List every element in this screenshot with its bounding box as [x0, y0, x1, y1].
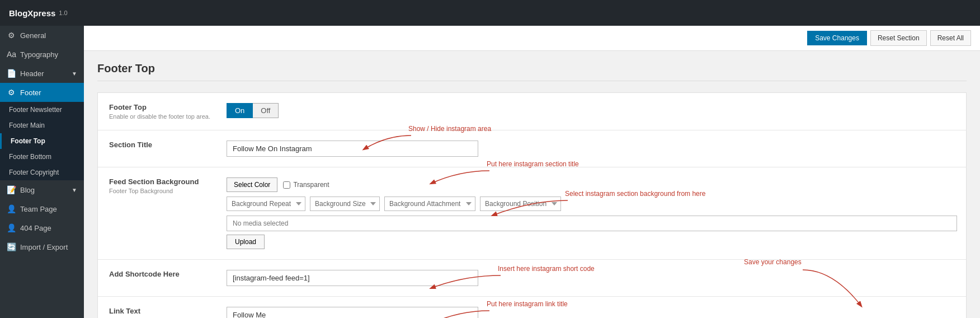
sidebar-item-footer-bottom[interactable]: Footer Bottom	[0, 149, 84, 165]
sidebar-label-footer: Footer	[20, 88, 41, 97]
form-row-shortcode: Add Shortcode Here	[98, 260, 966, 297]
label-link-text: Link Text	[109, 307, 212, 315]
save-changes-button-top[interactable]: Save Changes	[807, 31, 867, 45]
chevron-down-icon: ▼	[72, 71, 77, 77]
label-section-title: Section Title	[109, 141, 212, 149]
sidebar-label-header: Header	[20, 69, 44, 78]
form-row-footer-top-toggle: Footer Top Enable or disable the footer …	[98, 93, 966, 130]
control-col-feed-bg: Select Color Transparent Background Repe…	[221, 175, 966, 251]
no-media-input[interactable]	[227, 216, 957, 231]
version: 1.0	[59, 10, 67, 16]
top-action-bar: Save Changes Reset Section Reset All	[84, 26, 980, 51]
typography-icon: Aa	[7, 50, 16, 59]
bg-size-select[interactable]: Background Size	[310, 197, 380, 211]
sidebar-label-typography: Typography	[20, 50, 58, 59]
main-content: Save Changes Reset Section Reset All Foo…	[84, 26, 980, 318]
select-color-button[interactable]: Select Color	[227, 177, 277, 192]
transparent-text: Transparent	[293, 181, 329, 189]
gear-icon: ⚙	[7, 31, 16, 40]
sidebar-item-general[interactable]: ⚙ General	[0, 26, 84, 45]
link-text-input[interactable]	[227, 307, 478, 318]
team-icon: 👤	[7, 204, 16, 213]
desc-feed-bg: Footer Top Background	[109, 188, 212, 194]
bg-repeat-select[interactable]: Background Repeat	[227, 197, 305, 211]
sidebar-item-404[interactable]: 👤 404 Page	[0, 218, 84, 237]
sidebar-item-team-page[interactable]: 👤 Team Page	[0, 199, 84, 218]
sidebar-item-footer-copyright[interactable]: Footer Copyright	[0, 165, 84, 180]
sidebar-item-header[interactable]: 📄 Header ▼	[0, 64, 84, 83]
sidebar-item-footer-top[interactable]: Footer Top	[0, 133, 84, 149]
sidebar-sub-footer: Footer Newsletter Footer Main Footer Top…	[0, 102, 84, 180]
sidebar-label-footer-newsletter: Footer Newsletter	[9, 106, 62, 114]
form-row-section-title: Section Title	[98, 130, 966, 167]
sidebar-item-footer-newsletter[interactable]: Footer Newsletter	[0, 102, 84, 118]
upload-button[interactable]: Upload	[227, 235, 265, 249]
transparent-checkbox[interactable]	[283, 181, 290, 189]
sidebar-item-footer[interactable]: ⚙ Footer	[0, 83, 84, 102]
label-col-toggle: Footer Top Enable or disable the footer …	[98, 101, 221, 122]
label-feed-bg: Feed Section Background	[109, 177, 212, 186]
bg-position-select[interactable]: Background Position	[480, 197, 561, 211]
form-row-link-text: Link Text	[98, 297, 966, 318]
reset-all-button-top[interactable]: Reset All	[930, 30, 971, 46]
sidebar-label-general: General	[20, 31, 46, 40]
sidebar-item-typography[interactable]: Aa Typography	[0, 45, 84, 64]
transparent-label[interactable]: Transparent	[283, 181, 329, 189]
label-col-feed-bg: Feed Section Background Footer Top Backg…	[98, 175, 221, 197]
desc-footer-top: Enable or disable the footer top area.	[109, 113, 212, 120]
footer-icon: ⚙	[7, 88, 16, 97]
control-col-shortcode	[221, 268, 966, 288]
content-area: Footer Top Show / Hide instagram area Pu…	[84, 51, 980, 318]
sidebar-label-team: Team Page	[20, 205, 57, 213]
topbar: BlogXpress 1.0	[0, 0, 980, 26]
sidebar-item-blog[interactable]: 📝 Blog ▼	[0, 180, 84, 199]
label-col-link-text: Link Text	[98, 305, 221, 317]
form-row-feed-bg: Feed Section Background Footer Top Backg…	[98, 167, 966, 260]
sidebar-label-404: 404 Page	[20, 224, 51, 232]
sidebar-label-footer-top: Footer Top	[11, 137, 45, 145]
page-title: Footer Top	[97, 62, 967, 81]
label-shortcode: Add Shortcode Here	[109, 270, 212, 278]
color-row: Select Color Transparent	[227, 177, 957, 192]
header-icon: 📄	[7, 69, 16, 78]
import-export-icon: 🔄	[7, 242, 16, 251]
shortcode-input[interactable]	[227, 270, 478, 286]
sidebar-item-footer-main[interactable]: Footer Main	[0, 118, 84, 133]
control-col-toggle: On Off	[221, 101, 966, 120]
logo: BlogXpress	[9, 8, 55, 18]
sidebar-label-footer-main: Footer Main	[9, 121, 45, 129]
upload-row: Upload	[227, 231, 957, 249]
blog-icon: 📝	[7, 185, 16, 194]
no-media-row	[227, 216, 957, 231]
toggle-off-button[interactable]: Off	[253, 103, 279, 118]
reset-section-button-top[interactable]: Reset Section	[870, 30, 927, 46]
bg-attachment-select[interactable]: Background Attachment	[384, 197, 475, 211]
dropdown-row: Background Repeat Background Size Backgr…	[227, 197, 957, 211]
sidebar-label-footer-bottom: Footer Bottom	[9, 153, 51, 161]
chevron-down-icon-blog: ▼	[72, 187, 77, 193]
sidebar-label-footer-copyright: Footer Copyright	[9, 169, 59, 176]
sidebar-label-blog: Blog	[20, 186, 35, 194]
label-col-section-title: Section Title	[98, 138, 221, 151]
page404-icon: 👤	[7, 223, 16, 232]
sidebar-label-import-export: Import / Export	[20, 243, 68, 251]
section-title-input[interactable]	[227, 141, 478, 157]
form-section: Footer Top Enable or disable the footer …	[97, 92, 967, 318]
control-col-section-title	[221, 138, 966, 159]
sidebar-item-import-export[interactable]: 🔄 Import / Export	[0, 237, 84, 256]
sidebar: ⚙ General Aa Typography 📄 Header ▼ ⚙ Foo…	[0, 26, 84, 318]
toggle-group: On Off	[227, 103, 957, 118]
label-footer-top: Footer Top	[109, 103, 212, 111]
control-col-link-text	[221, 305, 966, 318]
toggle-on-button[interactable]: On	[227, 103, 253, 118]
label-col-shortcode: Add Shortcode Here	[98, 268, 221, 280]
